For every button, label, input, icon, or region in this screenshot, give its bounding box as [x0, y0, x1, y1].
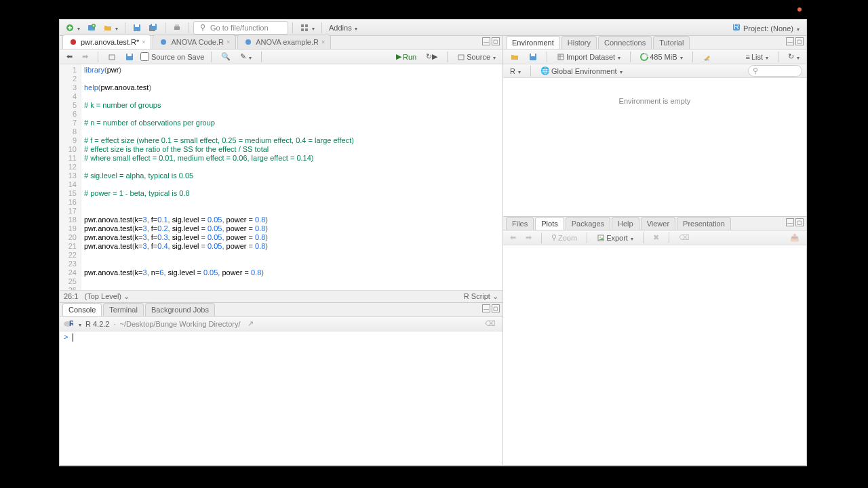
- maximize-pane-button[interactable]: ▢: [492, 304, 500, 312]
- env-tab[interactable]: Tutorial: [653, 36, 690, 49]
- close-tab-button[interactable]: ×: [226, 39, 230, 45]
- env-tab[interactable]: Connections: [598, 36, 652, 49]
- publish-button[interactable]: 📤: [787, 232, 802, 243]
- minimize-pane-button[interactable]: —: [482, 37, 490, 45]
- export-button[interactable]: Export: [594, 232, 636, 243]
- maximize-pane-button[interactable]: ▢: [492, 37, 500, 45]
- console-body[interactable]: >: [60, 331, 502, 465]
- svg-point-17: [161, 39, 166, 45]
- find-button[interactable]: 🔍: [218, 51, 233, 62]
- svg-rect-21: [127, 54, 132, 56]
- print-button[interactable]: [170, 22, 184, 34]
- separator: [321, 22, 322, 33]
- zoom-button[interactable]: ⚲ Zoom: [549, 232, 580, 243]
- tab-label: pwr.anova.test.R*: [81, 38, 139, 46]
- misc-tab[interactable]: Plots: [535, 217, 564, 230]
- close-tab-button[interactable]: ×: [142, 39, 145, 45]
- lang-label[interactable]: R Script: [464, 292, 490, 300]
- prev-plot-button[interactable]: ⬅: [507, 232, 519, 243]
- save-workspace-button[interactable]: [526, 52, 540, 62]
- env-search-input[interactable]: ⚲: [748, 65, 802, 77]
- tab-label: Packages: [572, 220, 604, 228]
- view-mode-button[interactable]: ≡ List: [743, 52, 771, 62]
- minimize-pane-button[interactable]: —: [786, 37, 794, 45]
- clear-console-button[interactable]: ⌫: [482, 318, 498, 329]
- project-menu[interactable]: R Project: (None): [728, 22, 804, 33]
- import-dataset-button[interactable]: Import Dataset: [554, 52, 623, 62]
- addins-button[interactable]: Addins: [326, 22, 360, 33]
- svg-text:R: R: [69, 320, 73, 327]
- plot-area: [503, 245, 806, 465]
- working-directory: ~/Desktop/Bunge Working Directory/: [120, 320, 241, 328]
- source-tab[interactable]: ANOVA example.R×: [237, 35, 331, 49]
- source-tab[interactable]: ANOVA Code.R×: [153, 35, 236, 49]
- svg-rect-29: [704, 60, 709, 60]
- console-tab[interactable]: Terminal: [103, 303, 144, 316]
- forward-button[interactable]: ➡: [79, 51, 91, 62]
- open-file-button[interactable]: [100, 22, 121, 34]
- wd-browse-button[interactable]: ↗: [245, 318, 256, 329]
- maximize-pane-button[interactable]: ▢: [795, 37, 804, 45]
- misc-tab[interactable]: Files: [506, 217, 534, 230]
- rerun-button[interactable]: ↻▶: [423, 51, 440, 62]
- tab-label: Terminal: [109, 306, 138, 314]
- run-button[interactable]: ▶ Run: [393, 51, 419, 62]
- clear-plots-button[interactable]: ⌫: [676, 232, 692, 243]
- env-tabbar: EnvironmentHistoryConnectionsTutorial —▢: [503, 36, 806, 49]
- clear-env-button[interactable]: [700, 52, 713, 62]
- globe-icon: 🌐: [540, 66, 550, 76]
- env-tab[interactable]: Environment: [506, 36, 560, 49]
- save-all-button[interactable]: [146, 22, 161, 34]
- tab-label: Plots: [541, 220, 557, 228]
- export-label: Export: [606, 234, 628, 242]
- search-icon: ⚲: [198, 23, 208, 33]
- svg-rect-27: [558, 54, 564, 60]
- refresh-env-button[interactable]: ↻: [785, 51, 802, 62]
- scope-env-label: Global Environment: [551, 67, 617, 75]
- r-version: R 4.2.2: [85, 320, 109, 328]
- goto-file-input[interactable]: ⚲Go to file/function: [193, 21, 288, 35]
- new-file-button[interactable]: [62, 22, 83, 34]
- source-on-save-checkbox[interactable]: Source on Save: [140, 52, 204, 61]
- minimize-pane-button[interactable]: —: [786, 218, 794, 226]
- view-label: List: [751, 53, 763, 61]
- save-button[interactable]: [130, 22, 144, 34]
- next-plot-button[interactable]: ➡: [523, 232, 534, 243]
- back-button[interactable]: ⬅: [64, 51, 75, 62]
- env-scope-bar: R 🌐 Global Environment ⚲: [503, 64, 806, 78]
- misc-tab[interactable]: Viewer: [641, 217, 675, 230]
- svg-rect-12: [301, 28, 304, 31]
- scope-r-label: R: [510, 67, 515, 75]
- save-source-button[interactable]: [123, 52, 136, 62]
- env-content: Environment is empty: [503, 78, 806, 216]
- load-workspace-button[interactable]: [507, 51, 522, 63]
- source-dropdown-button[interactable]: Source: [454, 52, 498, 62]
- env-tab[interactable]: History: [561, 36, 597, 49]
- console-tab[interactable]: Background Jobs: [145, 303, 215, 316]
- import-label: Import Dataset: [566, 53, 615, 61]
- console-tab[interactable]: Console: [62, 303, 102, 316]
- scope-label[interactable]: (Top Level): [85, 292, 121, 300]
- env-scope-button[interactable]: 🌐 Global Environment: [538, 65, 625, 77]
- svg-rect-22: [458, 55, 464, 60]
- language-scope-button[interactable]: R: [507, 66, 524, 77]
- tab-label: ANOVA Code.R: [171, 38, 223, 46]
- misc-tab[interactable]: Help: [612, 217, 639, 230]
- workspace-panes-button[interactable]: [297, 22, 317, 34]
- remove-plot-button[interactable]: ✖: [650, 232, 662, 243]
- minimize-pane-button[interactable]: —: [482, 304, 490, 312]
- source-tab[interactable]: pwr.anova.test.R*×: [62, 35, 151, 49]
- new-project-button[interactable]: [84, 22, 99, 34]
- close-tab-button[interactable]: ×: [321, 39, 325, 45]
- misc-tab[interactable]: Presentation: [677, 217, 731, 230]
- plots-toolbar: ⬅ ➡ ⚲ Zoom Export ✖ ⌫ 📤: [503, 230, 806, 245]
- console-pane: ConsoleTerminalBackground Jobs —▢ R R 4.…: [60, 303, 502, 466]
- show-in-new-window-button[interactable]: [105, 52, 119, 62]
- source-btn-label: Source: [467, 53, 490, 61]
- memory-usage[interactable]: 485 MiB: [637, 52, 685, 62]
- code-editor[interactable]: 1234567891011121314151617181920212223242…: [60, 64, 502, 290]
- r-session-dropdown[interactable]: [77, 320, 81, 328]
- code-tools-button[interactable]: ✎: [237, 51, 254, 62]
- misc-tab[interactable]: Packages: [566, 217, 610, 230]
- maximize-pane-button[interactable]: ▢: [795, 218, 804, 226]
